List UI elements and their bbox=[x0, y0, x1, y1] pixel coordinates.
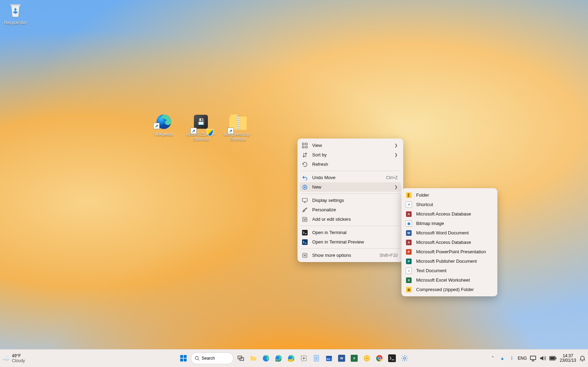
menu-item-view[interactable]: View ❯ bbox=[300, 141, 401, 150]
weather-icon: ☁️ bbox=[2, 354, 10, 362]
tray-chevron-up[interactable]: ˄ bbox=[490, 353, 496, 364]
zip-icon: ▥ bbox=[406, 287, 412, 293]
svg-rect-13 bbox=[184, 355, 187, 358]
menu-item-open-terminal[interactable]: Open in Terminal bbox=[300, 228, 401, 237]
excel-icon: X bbox=[406, 277, 412, 283]
folder-icon: ▋ bbox=[406, 192, 412, 198]
search-label: Search bbox=[202, 356, 215, 361]
chevron-up-icon: ˄ bbox=[492, 356, 494, 361]
tray-notifications[interactable] bbox=[579, 353, 586, 364]
taskbar-chrome-canary[interactable] bbox=[362, 353, 372, 364]
menu-item-display-settings[interactable]: Display settings bbox=[300, 196, 401, 205]
taskbar-terminal[interactable] bbox=[387, 353, 397, 364]
taskbar-edge-canary[interactable]: CAN bbox=[286, 353, 296, 364]
submenu-item-word[interactable]: W Microsoft Word Document bbox=[404, 228, 495, 238]
taskbar-search[interactable]: Search bbox=[191, 352, 233, 364]
tray-volume[interactable] bbox=[539, 353, 546, 364]
publisher-icon: P bbox=[406, 258, 412, 264]
sticker-icon bbox=[302, 216, 308, 223]
submenu-item-access-db[interactable]: A Microsoft Access Database bbox=[404, 209, 495, 219]
edge-canary-icon: CAN bbox=[287, 354, 295, 362]
desktop-icon-recycle-bin[interactable]: Recycle Bin bbox=[0, 1, 31, 25]
menu-item-add-stickers[interactable]: Add or edit stickers bbox=[300, 214, 401, 224]
svg-rect-40 bbox=[531, 356, 536, 360]
svg-text:CAN: CAN bbox=[289, 359, 292, 361]
desktop-icon-label: Recycle Bin bbox=[0, 20, 31, 25]
brush-icon bbox=[302, 207, 308, 213]
taskbar-snipping-tool[interactable] bbox=[299, 353, 309, 364]
taskbar-settings[interactable] bbox=[399, 353, 410, 364]
svg-rect-15 bbox=[184, 359, 187, 361]
menu-item-sort-by[interactable]: Sort by ❯ bbox=[300, 150, 401, 160]
desktop[interactable]: Recycle Bin ↗ Wikipedia 💾 ↗ rufus-3.21.e… bbox=[0, 0, 588, 367]
desktop-icon-wikipedia[interactable]: ↗ Wikipedia bbox=[148, 113, 179, 137]
bluetooth-icon: ᛒ bbox=[511, 356, 513, 361]
menu-item-undo-move[interactable]: Undo Move Ctrl+Z bbox=[300, 173, 401, 182]
undo-icon bbox=[302, 175, 308, 181]
submenu-item-shortcut[interactable]: ↗ Shortcut bbox=[404, 200, 495, 209]
svg-rect-30 bbox=[327, 359, 328, 360]
submenu-item-zip[interactable]: ▥ Compressed (zipped) Folder bbox=[404, 285, 495, 294]
shortcut-arrow-icon: ↗ bbox=[153, 123, 160, 129]
tray-onedrive[interactable]: ▲ bbox=[499, 353, 506, 364]
taskbar-edge-beta[interactable]: BETA bbox=[273, 353, 284, 364]
taskbar-task-view[interactable] bbox=[236, 353, 246, 364]
notepad-icon bbox=[313, 354, 320, 362]
weather-temp: 49°F bbox=[12, 353, 25, 358]
tray-bluetooth[interactable]: ᛒ bbox=[509, 353, 515, 364]
tray-clock[interactable]: 14:37 23/01/13 bbox=[560, 354, 576, 363]
menu-item-open-terminal-preview[interactable]: Open in Terminal Preview bbox=[300, 237, 401, 247]
submenu-item-excel[interactable]: X Microsoft Excel Worksheet bbox=[404, 275, 495, 285]
taskbar-file-explorer[interactable] bbox=[248, 353, 259, 364]
new-icon bbox=[302, 184, 308, 190]
taskbar-chrome[interactable] bbox=[374, 353, 385, 364]
windows-icon bbox=[180, 354, 187, 362]
submenu-item-publisher[interactable]: P Microsoft Publisher Document bbox=[404, 256, 495, 266]
submenu-item-text[interactable]: ≡ Text Document bbox=[404, 266, 495, 275]
svg-rect-1 bbox=[302, 143, 304, 145]
chevron-right-icon: ❯ bbox=[394, 185, 398, 189]
menu-item-refresh[interactable]: Refresh bbox=[300, 160, 401, 169]
access-icon: A bbox=[406, 239, 412, 246]
onedrive-icon: ▲ bbox=[500, 356, 504, 361]
word-icon: W bbox=[406, 230, 412, 236]
svg-rect-12 bbox=[180, 355, 183, 358]
taskbar-word[interactable]: W bbox=[336, 353, 347, 364]
powerpoint-icon: P bbox=[406, 249, 412, 255]
submenu-item-powerpoint[interactable]: P Microsoft PowerPoint Presentation bbox=[404, 247, 495, 256]
menu-item-new[interactable]: New ❯ bbox=[300, 182, 401, 192]
svg-rect-10 bbox=[302, 239, 308, 245]
volume-icon bbox=[539, 354, 546, 362]
taskbar-weather[interactable]: ☁️ 49°F Cloudy bbox=[2, 353, 25, 363]
start-button[interactable] bbox=[178, 353, 189, 364]
tray-language[interactable]: ENG bbox=[518, 356, 527, 361]
chevron-right-icon: ❯ bbox=[394, 143, 398, 148]
taskbar-edge[interactable] bbox=[261, 353, 271, 364]
menu-item-personalize[interactable]: Personalize bbox=[300, 205, 401, 214]
more-options-icon bbox=[302, 252, 308, 259]
taskbar-calendar[interactable] bbox=[324, 353, 334, 364]
gear-icon bbox=[401, 354, 408, 362]
terminal-preview-icon bbox=[302, 239, 308, 245]
tray-network[interactable] bbox=[530, 353, 537, 364]
recycle-bin-icon bbox=[7, 1, 24, 19]
taskbar-notepad[interactable] bbox=[311, 353, 322, 364]
desktop-icon-rufus[interactable]: 💾 ↗ rufus-3.21.exe - Shortcut bbox=[186, 113, 216, 142]
access-icon: A bbox=[406, 211, 412, 217]
svg-point-16 bbox=[195, 357, 198, 360]
edge-icon bbox=[262, 354, 270, 362]
taskbar-excel[interactable]: X bbox=[349, 353, 359, 364]
edge-beta-icon: BETA bbox=[275, 354, 282, 362]
submenu-item-bitmap[interactable]: ▦ Bitmap image bbox=[404, 219, 495, 228]
svg-rect-27 bbox=[314, 355, 319, 361]
submenu-item-access-db-2[interactable]: A Microsoft Access Database bbox=[404, 238, 495, 247]
tray-battery[interactable] bbox=[549, 353, 557, 364]
svg-point-34 bbox=[366, 357, 368, 359]
svg-point-37 bbox=[378, 357, 380, 359]
menu-item-show-more-options[interactable]: Show more options Shift+F10 bbox=[300, 250, 401, 260]
svg-rect-9 bbox=[302, 230, 308, 235]
desktop-icon-wordpress-zip[interactable]: ↗ wordpress.zip - Shortcut bbox=[223, 113, 253, 142]
svg-rect-2 bbox=[306, 143, 307, 145]
submenu-item-folder[interactable]: ▋ Folder bbox=[404, 190, 495, 200]
weather-desc: Cloudy bbox=[12, 358, 25, 363]
